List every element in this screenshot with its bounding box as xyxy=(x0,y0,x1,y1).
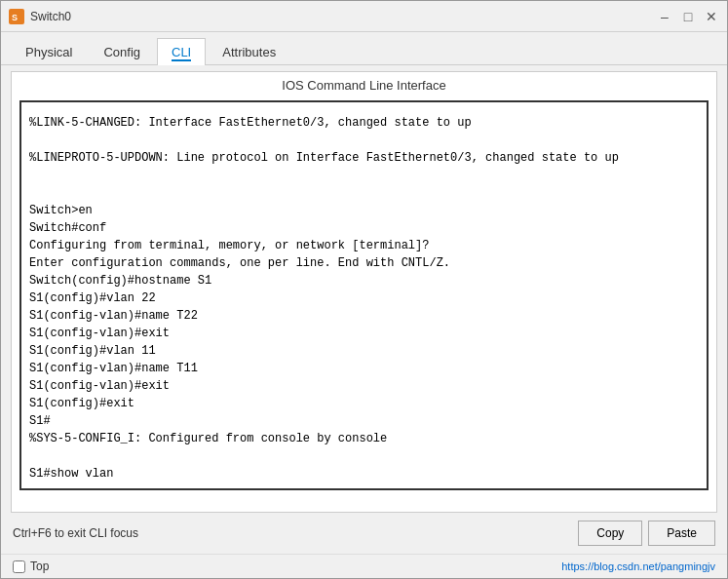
copy-button[interactable]: Copy xyxy=(578,521,642,546)
terminal-line: Switch>en xyxy=(29,202,699,219)
close-button[interactable]: ✕ xyxy=(704,9,719,24)
cli-hint: Ctrl+F6 to exit CLI focus xyxy=(13,526,572,540)
terminal-line: S1(config)#exit xyxy=(29,395,699,412)
app-icon: S xyxy=(9,9,24,24)
terminal-container: %LINEPROTO-5-UPDOWN: Line protocol on In… xyxy=(19,100,709,490)
tab-attributes[interactable]: Attributes xyxy=(208,38,290,65)
cli-section-title: IOS Command Line Interface xyxy=(19,78,709,93)
window-controls: – □ ✕ xyxy=(657,9,719,24)
tab-cli[interactable]: CLI xyxy=(157,38,206,65)
terminal-line xyxy=(29,447,699,465)
window-title: Switch0 xyxy=(30,10,657,23)
inner-panel: IOS Command Line Interface %LINEPROTO-5-… xyxy=(1,65,727,513)
terminal-line xyxy=(29,132,699,149)
title-bar: S Switch0 – □ ✕ xyxy=(1,1,727,32)
cli-section: IOS Command Line Interface %LINEPROTO-5-… xyxy=(11,71,717,513)
terminal-line: S1(config-vlan)#exit xyxy=(29,377,699,395)
terminal-line: Switch(config)#hostname S1 xyxy=(29,272,699,290)
tab-bar: Physical Config CLI Attributes xyxy=(1,32,727,65)
svg-text:S: S xyxy=(12,13,18,22)
footer-url: https://blog.csdn.net/pangmingjv xyxy=(561,560,715,572)
top-label: Top xyxy=(30,560,49,573)
terminal-line: %LINEPROTO-5-UPDOWN: Line protocol on In… xyxy=(29,149,699,167)
terminal-line xyxy=(29,102,699,114)
terminal-line: %LINK-5-CHANGED: Interface FastEthernet0… xyxy=(29,114,699,132)
terminal-line: S1(config)#vlan 22 xyxy=(29,290,699,307)
terminal-line: Switch#conf xyxy=(29,219,699,237)
terminal-line: %SYS-5-CONFIG_I: Configured from console… xyxy=(29,430,699,447)
terminal-line: Configuring from terminal, memory, or ne… xyxy=(29,237,699,254)
terminal-line xyxy=(29,167,699,184)
terminal-line: S1(config-vlan)#name T11 xyxy=(29,360,699,377)
footer-bar: Top https://blog.csdn.net/pangmingjv xyxy=(1,554,727,578)
tab-physical[interactable]: Physical xyxy=(11,38,87,65)
terminal-line: S1(config-vlan)#name T22 xyxy=(29,307,699,325)
paste-button[interactable]: Paste xyxy=(648,521,715,546)
terminal-output[interactable]: %LINEPROTO-5-UPDOWN: Line protocol on In… xyxy=(21,102,707,488)
terminal-line: S1# xyxy=(29,412,699,430)
terminal-line: S1(config-vlan)#exit xyxy=(29,325,699,342)
maximize-button[interactable]: □ xyxy=(680,9,696,24)
bottom-bar: Ctrl+F6 to exit CLI focus Copy Paste xyxy=(1,513,727,554)
main-window: S Switch0 – □ ✕ Physical Config CLI Attr… xyxy=(0,0,728,579)
terminal-line xyxy=(29,184,699,202)
top-checkbox[interactable] xyxy=(13,560,25,573)
minimize-button[interactable]: – xyxy=(657,9,672,24)
tab-config[interactable]: Config xyxy=(89,38,155,65)
terminal-line: S1#show vlan xyxy=(29,465,699,482)
terminal-line: S1(config)#vlan 11 xyxy=(29,342,699,360)
terminal-line: Enter configuration commands, one per li… xyxy=(29,254,699,272)
